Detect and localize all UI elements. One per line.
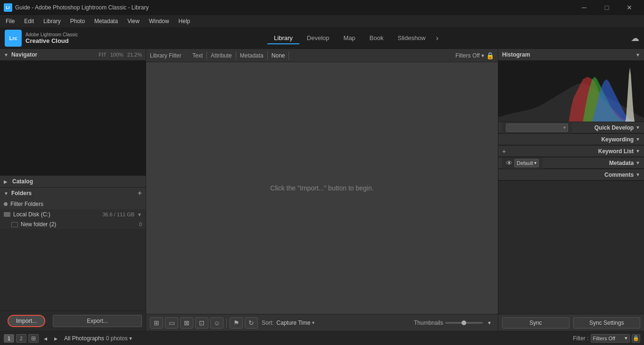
sort-label: Sort: xyxy=(262,320,273,326)
metadata-eye-icon[interactable]: 👁 xyxy=(506,159,512,167)
menu-item-window[interactable]: Window xyxy=(145,17,173,25)
nav-fit[interactable]: FIT xyxy=(99,52,107,58)
menu-item-metadata[interactable]: Metadata xyxy=(91,17,122,25)
histogram-title: Histogram xyxy=(502,51,636,58)
nav-100[interactable]: 100% xyxy=(110,52,124,58)
tab-slideshow[interactable]: Slideshow xyxy=(391,33,432,44)
status-lock-button[interactable]: 🔒 xyxy=(632,334,640,343)
menu-item-file[interactable]: File xyxy=(2,17,18,25)
keyword-add-button[interactable]: + xyxy=(502,148,506,155)
brand-bottom: Creative Cloud xyxy=(25,37,78,44)
local-disk-row[interactable]: Local Disk (C:) 36.6 / 111 GB ▼ xyxy=(0,209,146,220)
folders-add-button[interactable]: + xyxy=(138,189,142,197)
sync-button[interactable]: Sync xyxy=(502,317,570,329)
histogram-collapse-arrow[interactable]: ▼ xyxy=(636,52,640,58)
header-bar: Lrc Adobe Lightroom Classic Creative Clo… xyxy=(0,27,644,49)
prev-arrow-button[interactable]: ◂ xyxy=(41,334,50,343)
filter-tab-text[interactable]: Text xyxy=(189,51,207,60)
quick-develop-section: ▾ Quick Develop ▼ xyxy=(498,122,644,134)
catalog-header[interactable]: ▶ Catalog xyxy=(0,176,146,187)
title-bar-left: Lr Guide - Adobe Photoshop Lightroom Cla… xyxy=(4,3,149,12)
page-1-button[interactable]: 1 xyxy=(4,334,14,343)
flag-button[interactable]: ⚑ xyxy=(230,317,243,329)
tab-develop[interactable]: Develop xyxy=(300,33,336,44)
keywording-header[interactable]: Keywording ▼ xyxy=(498,134,644,145)
folders-header[interactable]: ▼ Folders + xyxy=(0,188,146,199)
grid-view-button[interactable]: ⊞ xyxy=(150,317,163,329)
quick-develop-header[interactable]: ▾ Quick Develop ▼ xyxy=(498,122,644,133)
keywording-section: Keywording ▼ xyxy=(498,134,644,146)
filter-lock-icon[interactable]: 🔒 xyxy=(486,52,494,59)
menu-item-edit[interactable]: Edit xyxy=(20,17,38,25)
navigator-header[interactable]: ▼ Navigator FIT 100% 21.2% xyxy=(0,49,146,60)
page-2-button[interactable]: 2 xyxy=(16,334,26,343)
sync-settings-button[interactable]: Sync Settings xyxy=(573,317,641,329)
keyword-list-header[interactable]: + Keyword List ▼ xyxy=(498,146,644,157)
keywording-title: Keywording xyxy=(502,136,634,143)
comments-title: Comments xyxy=(502,172,634,178)
keyword-list-title: Keyword List xyxy=(508,148,634,155)
menu-bar: FileEditLibraryPhotoMetadataViewWindowHe… xyxy=(0,15,644,27)
filter-folders-dot xyxy=(4,202,8,206)
maximize-button[interactable]: □ xyxy=(596,0,618,15)
title-bar: Lr Guide - Adobe Photoshop Lightroom Cla… xyxy=(0,0,644,15)
filter-tab-none[interactable]: None xyxy=(268,51,289,60)
cloud-icon[interactable]: ☁ xyxy=(631,33,639,43)
navigator-triangle: ▼ xyxy=(4,52,8,58)
folders-triangle: ▼ xyxy=(4,191,8,196)
survey-view-button[interactable]: ⊡ xyxy=(195,317,208,329)
menu-item-library[interactable]: Library xyxy=(40,17,65,25)
navigator-values: FIT 100% 21.2% xyxy=(99,52,142,58)
keywording-collapse[interactable]: ▼ xyxy=(636,137,640,142)
filter-folders-row[interactable]: Filter Folders xyxy=(0,199,146,209)
local-disk-arrow[interactable]: ▼ xyxy=(137,212,142,217)
metadata-collapse[interactable]: ▼ xyxy=(636,160,640,165)
histogram-canvas xyxy=(498,60,644,122)
tab-map[interactable]: Map xyxy=(337,33,362,44)
next-arrow-button[interactable]: ▸ xyxy=(51,334,60,343)
metadata-header[interactable]: 👁 Default ▾ Metadata ▼ xyxy=(498,157,644,169)
sort-value[interactable]: Capture Time xyxy=(276,320,310,326)
comments-collapse[interactable]: ▼ xyxy=(636,172,640,177)
filter-dropdown[interactable]: Filters Off ▾ xyxy=(591,334,630,343)
quick-develop-collapse[interactable]: ▼ xyxy=(636,125,640,130)
tab-library[interactable]: Library xyxy=(267,33,299,44)
filters-off-button[interactable]: Filters Off ▾ xyxy=(455,52,484,59)
app-icon: Lr xyxy=(4,3,12,12)
histogram-section: Histogram ▼ xyxy=(498,49,644,122)
thumbnails-dropdown[interactable]: ▾ xyxy=(485,318,494,328)
rotate-button[interactable]: ↻ xyxy=(245,317,258,329)
minimize-button[interactable]: ─ xyxy=(573,0,595,15)
menu-item-help[interactable]: Help xyxy=(175,17,194,25)
new-folder-row[interactable]: New folder (2) 0 xyxy=(0,220,146,229)
export-button[interactable]: Export... xyxy=(53,315,142,327)
loupe-view-button[interactable]: ▭ xyxy=(165,317,178,329)
metadata-preset-selector[interactable]: Default ▾ xyxy=(514,159,539,167)
main-content: Click the "Import..." button to begin. xyxy=(146,62,498,314)
compare-view-button[interactable]: ⊠ xyxy=(180,317,193,329)
grid-view-small-button[interactable]: ⊞ xyxy=(28,334,39,343)
filter-tab-metadata[interactable]: Metadata xyxy=(236,51,268,60)
thumbnails-slider[interactable] xyxy=(445,322,483,324)
bottom-left-buttons: Import... Export... xyxy=(0,311,146,331)
tab-book[interactable]: Book xyxy=(363,33,390,44)
close-button[interactable]: ✕ xyxy=(619,0,640,15)
comments-header[interactable]: Comments ▼ xyxy=(498,169,644,181)
menu-item-photo[interactable]: Photo xyxy=(66,17,89,25)
thumbnails-label: Thumbnails xyxy=(414,320,443,326)
status-bar: 1 2 ⊞ ◂ ▸ All Photographs 0 photos ▾ Fil… xyxy=(0,331,644,345)
all-photos-label: All Photographs xyxy=(64,335,104,342)
keyword-list-collapse[interactable]: ▼ xyxy=(636,148,640,154)
menu-item-view[interactable]: View xyxy=(124,17,143,25)
sort-arrow[interactable]: ▾ xyxy=(312,320,314,325)
preset-selector[interactable]: ▾ xyxy=(506,123,568,132)
histogram-header[interactable]: Histogram ▼ xyxy=(498,49,644,60)
nav-zoom[interactable]: 21.2% xyxy=(127,52,142,58)
nav-more-button[interactable]: › xyxy=(433,34,441,42)
nav-arrows: ◂ ▸ xyxy=(41,334,60,343)
people-view-button[interactable]: ☺ xyxy=(210,317,223,329)
lrc-badge: Lrc xyxy=(5,30,22,47)
import-button[interactable]: Import... xyxy=(8,315,45,327)
filter-tab-attribute[interactable]: Attribute xyxy=(207,51,236,60)
quick-develop-title: Quick Develop xyxy=(572,124,634,131)
